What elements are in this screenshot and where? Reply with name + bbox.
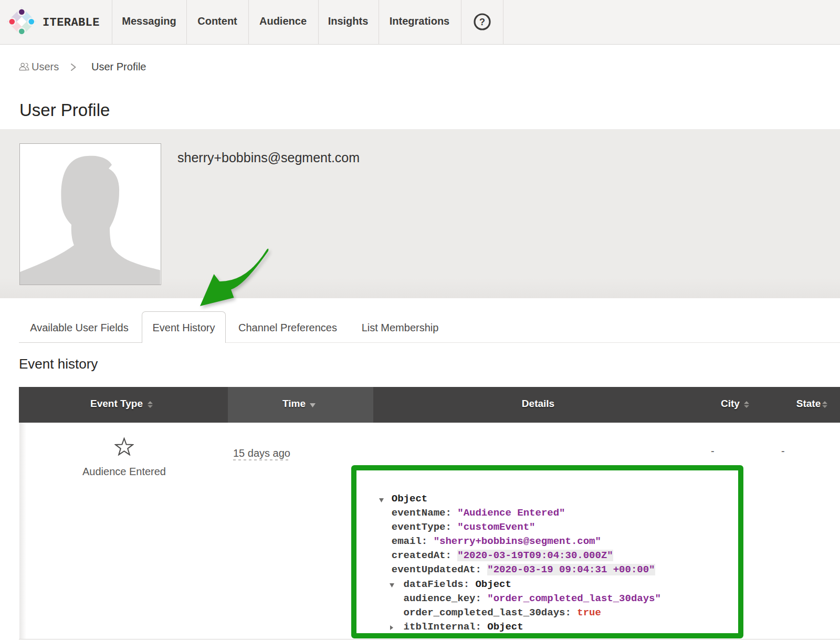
svg-text:?: ? xyxy=(479,17,485,27)
